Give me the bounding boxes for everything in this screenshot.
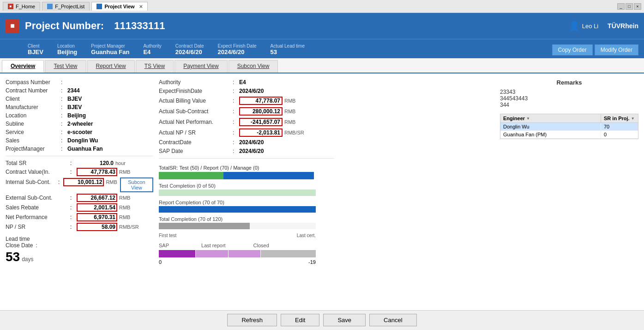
title-bar: ■ F_Home F_ProjectList Project View ✕ _ … bbox=[0, 0, 644, 13]
detail-actual-billing: Actual Billing Value : 47,778.07 RMB bbox=[159, 97, 494, 105]
engineer-row-guanhua[interactable]: Guanhua Fan (PM) 0 bbox=[500, 131, 638, 139]
field-manufacturer: Manufacturer : BJEV bbox=[6, 104, 153, 110]
header-title: Project Number: 111333111 bbox=[25, 20, 165, 32]
field-location: Location : Beijing bbox=[6, 112, 153, 119]
engineer-table: Engineer ▼ SR in Proj. ▼ Donglin Wu 70 G… bbox=[500, 114, 638, 139]
engineer-name-donglin: Donglin Wu bbox=[500, 123, 601, 130]
fin-total-sr: Total SR : 120.0 hour bbox=[6, 160, 153, 166]
info-lead-time: Actual Lead time 53 bbox=[270, 43, 305, 55]
lead-time-label: Lead time bbox=[6, 236, 30, 242]
cancel-button[interactable]: Cancel bbox=[369, 314, 416, 326]
info-authority: Authority E4 bbox=[143, 43, 161, 55]
axis-labels: First test Last cert. bbox=[159, 233, 316, 238]
engineer-col-header[interactable]: Engineer ▼ bbox=[500, 114, 601, 122]
field-subline: Subline : 2-wheeler bbox=[6, 121, 153, 127]
right-panel: Remarks 23343 344543443 344 Engineer ▼ S… bbox=[500, 79, 638, 305]
sap-bar-section: SAP Last report Closed 0 -19 bbox=[159, 243, 494, 265]
client-label: Client bbox=[28, 43, 43, 49]
project-number: 111333111 bbox=[114, 20, 165, 31]
modify-order-button[interactable]: Modify Order bbox=[595, 44, 638, 55]
info-expect-finish: Expect Finish Date 2024/6/20 bbox=[218, 43, 257, 55]
nav-tabs: Overview Test View Report View TS View P… bbox=[0, 58, 644, 73]
detail-actual-sub: Actual Sub-Contract : 280,000.12 RMB bbox=[159, 107, 494, 116]
fin-contract-value: Contract Value(In. : 47,778.43 RMB bbox=[6, 168, 153, 176]
info-bar: Client BJEV Location Beijing Project Man… bbox=[0, 39, 644, 58]
header-bar: ■ Project Number: 111333111 👤 Leo Li TÜV… bbox=[0, 13, 644, 39]
engineer-dropdown-icon: ▼ bbox=[526, 116, 530, 121]
chart-section: TotalSR: Test (50) / Report (70) / Manag… bbox=[159, 165, 494, 265]
engineer-row-donglin[interactable]: Donglin Wu 70 bbox=[500, 123, 638, 131]
lead-time-value: 53 bbox=[270, 49, 277, 55]
header-user: 👤 Leo Li bbox=[569, 21, 598, 31]
remarks-title: Remarks bbox=[500, 79, 638, 86]
engineer-name-guanhua: Guanhua Fan (PM) bbox=[500, 131, 601, 138]
sr-dropdown-icon: ▼ bbox=[631, 116, 635, 121]
contract-date-label: Contract Date bbox=[175, 43, 204, 49]
field-compass-number: Compass Number : bbox=[6, 79, 153, 86]
expect-finish-label: Expect Finish Date bbox=[218, 43, 257, 49]
tab-f-home-label: F_Home bbox=[16, 4, 35, 9]
engineer-sr-guanhua: 0 bbox=[601, 131, 638, 138]
save-button[interactable]: Save bbox=[323, 314, 366, 326]
edit-button[interactable]: Edit bbox=[281, 314, 319, 326]
app-icon: ■ bbox=[6, 19, 19, 33]
fin-np-sr: NP / SR : 58.09 RMB/SR bbox=[6, 223, 153, 231]
close-date-label: Close Date bbox=[6, 242, 33, 249]
lead-time-label: Actual Lead time bbox=[270, 43, 305, 49]
sr-col-header[interactable]: SR in Proj. ▼ bbox=[601, 114, 638, 122]
tab-ts-view[interactable]: TS View bbox=[136, 60, 174, 73]
sap-axis: 0 -19 bbox=[159, 259, 316, 265]
tab-overview[interactable]: Overview bbox=[2, 60, 44, 73]
test-completion-bar: Test Completion (0 of 50) bbox=[159, 183, 494, 196]
sap-seg-4 bbox=[261, 250, 316, 257]
tab-project-view-close[interactable]: ✕ bbox=[139, 4, 143, 9]
detail-expect-finish: ExpectFinishDate : 2024/6/20 bbox=[159, 88, 494, 94]
fin-external-sub: External Sub-Cont. : 26,667.12 RMB bbox=[6, 194, 153, 202]
subcon-view-button[interactable]: Subcon View bbox=[120, 177, 153, 192]
tab-test-view[interactable]: Test View bbox=[45, 60, 86, 73]
detail-sap-date: SAP Date : 2024/6/20 bbox=[159, 148, 494, 154]
tab-f-home[interactable]: ■ F_Home bbox=[3, 2, 40, 11]
contract-date-value: 2024/6/20 bbox=[175, 49, 202, 55]
client-value: BJEV bbox=[28, 49, 43, 55]
tab-project-view[interactable]: Project View ✕ bbox=[91, 2, 147, 11]
header-buttons: Copy Order Modify Order bbox=[552, 44, 638, 55]
fin-sales-rebate: Sales Rebate : 2,001.54 RMB bbox=[6, 203, 153, 212]
tab-subcon-view[interactable]: Subcon View bbox=[229, 60, 278, 73]
view-icon bbox=[96, 4, 102, 9]
tab-report-view[interactable]: Report View bbox=[87, 60, 135, 73]
left-panel: Compass Number : Contract Number : 2344 … bbox=[6, 79, 153, 305]
authority-value: E4 bbox=[143, 49, 150, 55]
copy-order-button[interactable]: Copy Order bbox=[552, 44, 593, 55]
field-contract-number: Contract Number : 2344 bbox=[6, 87, 153, 94]
info-project-manager: Project Manager Guanhua Fan bbox=[91, 43, 129, 55]
close-window-btn[interactable]: × bbox=[634, 3, 641, 10]
fin-net-performance: Net Performance : 6,970.31 RMB bbox=[6, 213, 153, 221]
field-client: Client : BJEV bbox=[6, 96, 153, 102]
tab-project-view-label: Project View bbox=[104, 4, 134, 9]
chart-title: TotalSR: Test (50) / Report (70) / Manag… bbox=[159, 165, 494, 171]
detail-contract-date: ContractDate : 2024/6/20 bbox=[159, 139, 494, 146]
tab-f-projectlist[interactable]: F_ProjectList bbox=[42, 2, 90, 11]
total-completion-bar: Total Completion (70 of 120) bbox=[159, 216, 494, 229]
minimize-btn[interactable]: _ bbox=[617, 3, 625, 10]
refresh-button[interactable]: Refresh bbox=[227, 314, 277, 326]
window-controls: _ □ × bbox=[617, 3, 641, 10]
pm-value: Guanhua Fan bbox=[91, 49, 129, 55]
info-client: Client BJEV bbox=[28, 43, 43, 55]
sap-seg-3 bbox=[229, 250, 260, 257]
tab-payment-view[interactable]: Payment View bbox=[175, 60, 227, 73]
maximize-btn[interactable]: □ bbox=[626, 3, 633, 10]
info-location: Location Beijing bbox=[57, 43, 77, 55]
report-completion-bar: Report Completion (70 of 70) bbox=[159, 200, 494, 213]
engineer-table-header: Engineer ▼ SR in Proj. ▼ bbox=[500, 114, 638, 123]
engineer-sr-donglin: 70 bbox=[601, 123, 638, 130]
sap-val-0: 0 bbox=[159, 259, 162, 265]
tuv-logo: TÜVRhein bbox=[608, 22, 638, 30]
financial-section: Total SR : 120.0 hour Contract Value(In.… bbox=[6, 160, 153, 231]
detail-actual-np-sr: Actual NP / SR : -2,013.81 RMB/SR bbox=[159, 128, 494, 137]
home-icon: ■ bbox=[8, 4, 13, 9]
sap-val-neg19: -19 bbox=[308, 259, 316, 265]
sap-seg-1 bbox=[159, 250, 195, 257]
info-contract-date: Contract Date 2024/6/20 bbox=[175, 43, 204, 55]
